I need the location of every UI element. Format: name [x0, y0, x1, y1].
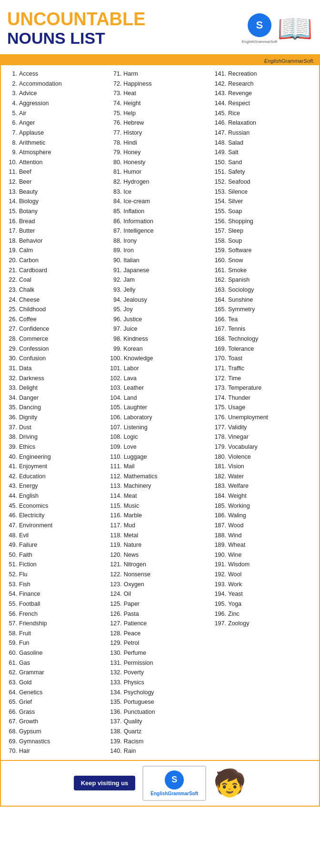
item-word: Cardboard — [19, 266, 47, 276]
list-item: 129.Petrol — [110, 638, 210, 648]
list-item: 101.Labor — [110, 364, 210, 374]
item-word: Mud — [124, 521, 135, 531]
item-number: 89. — [110, 246, 123, 256]
item-number: 175. — [215, 403, 228, 413]
item-word: Hydrogen — [123, 177, 149, 187]
item-number: 95. — [110, 305, 123, 315]
list-item: 68.Gypsum — [6, 727, 105, 737]
item-word: Recreation — [228, 69, 257, 79]
list-item: 56.French — [6, 609, 105, 619]
item-number: 148. — [215, 138, 228, 148]
item-number: 97. — [110, 324, 123, 334]
column-2: 71.Harm72.Happiness73.Heat74.Height75.He… — [108, 69, 212, 756]
item-word: Ice — [123, 187, 131, 197]
list-item: 175.Usage — [215, 403, 314, 413]
logo-circle: S — [248, 13, 271, 37]
item-number: 166. — [215, 315, 228, 325]
list-item: 148.Salad — [215, 138, 314, 148]
item-word: Leather — [124, 383, 144, 393]
list-item: 179.Vocabulary — [215, 442, 314, 452]
item-word: Japanese — [123, 266, 149, 276]
item-word: Machinery — [124, 481, 151, 491]
item-number: 18. — [6, 236, 19, 246]
item-word: Peace — [124, 629, 140, 639]
item-number: 157. — [215, 226, 228, 236]
bottom-logo-area: S EnglishGrammarSoft — [142, 766, 206, 801]
list-item: 69.Gymnastics — [6, 737, 105, 747]
logo-subtitle: EnglishGrammarSoft — [242, 39, 277, 44]
item-word: Iron — [123, 246, 134, 256]
item-word: Wheat — [228, 540, 245, 550]
item-word: Gymnastics — [19, 737, 50, 747]
list-item: 154.Silver — [215, 197, 314, 207]
item-number: 41. — [6, 462, 19, 472]
item-number: 115. — [110, 501, 123, 511]
list-item: 125.Paper — [110, 599, 210, 609]
item-word: Atmosphere — [19, 148, 51, 158]
item-word: Snow — [228, 256, 243, 266]
list-item: 161.Smoke — [215, 266, 314, 276]
item-word: Luggage — [124, 452, 147, 462]
item-number: 8. — [6, 138, 19, 148]
list-item: 49.Failure — [6, 540, 105, 550]
list-item: 2.Accommodation — [6, 79, 105, 89]
item-word: Usage — [228, 403, 245, 413]
item-number: 82. — [110, 177, 123, 187]
list-item: 81.Humor — [110, 167, 210, 177]
item-word: Labor — [124, 364, 139, 374]
item-number: 181. — [215, 462, 228, 472]
item-word: Quartz — [124, 727, 142, 737]
item-number: 103. — [110, 383, 123, 393]
item-number: 138. — [110, 727, 123, 737]
list-item: 16.Bread — [6, 217, 105, 227]
item-number: 1. — [6, 69, 19, 79]
list-item: 160.Snow — [215, 256, 314, 266]
item-number: 7. — [6, 128, 19, 138]
keep-visiting-box: Keep visiting us — [74, 776, 136, 790]
item-word: Failure — [19, 540, 37, 550]
item-number: 106. — [110, 413, 123, 423]
list-item: 149.Salt — [215, 148, 314, 158]
item-number: 184. — [215, 491, 228, 501]
item-number: 5. — [6, 108, 19, 118]
list-item: 111.Mail — [110, 462, 210, 472]
item-number: 193. — [215, 580, 228, 590]
item-number: 123. — [110, 580, 123, 590]
item-word: Unemployment — [228, 413, 268, 423]
item-word: Rain — [124, 746, 136, 756]
list-item: 119.Nature — [110, 540, 210, 550]
item-number: 54. — [6, 589, 19, 599]
item-number: 58. — [6, 629, 19, 639]
list-item: 190.Wine — [215, 550, 314, 560]
item-word: Confidence — [19, 324, 49, 334]
item-number: 109. — [110, 442, 123, 452]
item-word: Jam — [123, 275, 135, 285]
item-word: Salt — [228, 148, 239, 158]
header-logo-area: S EnglishGrammarSoft — [242, 13, 277, 44]
item-number: 28. — [6, 334, 19, 344]
list-item: 47.Environment — [6, 521, 105, 531]
item-word: Growth — [19, 717, 38, 727]
item-word: Safety — [228, 167, 245, 177]
item-word: Help — [123, 108, 136, 118]
item-word: Yeast — [228, 589, 243, 599]
list-item: 185.Working — [215, 501, 314, 511]
item-number: 196. — [215, 609, 228, 619]
item-number: 75. — [110, 108, 123, 118]
list-item: 88.Irony — [110, 236, 210, 246]
item-number: 63. — [6, 678, 19, 688]
item-number: 185. — [215, 501, 228, 511]
item-word: Dust — [19, 423, 31, 433]
list-item: 180.Violence — [215, 452, 314, 462]
title-line1: UNCOUNTABLE — [7, 10, 242, 30]
item-number: 167. — [215, 324, 228, 334]
list-item: 110.Luggage — [110, 452, 210, 462]
header-title: UNCOUNTABLE NOUNS LIST — [7, 10, 242, 47]
item-number: 179. — [215, 442, 228, 452]
list-item: 67.Growth — [6, 717, 105, 727]
title-line2: NOUNS LIST — [7, 30, 242, 47]
item-number: 25. — [6, 305, 19, 315]
item-word: Evil — [19, 531, 29, 541]
item-word: Nonsense — [124, 570, 150, 580]
item-word: Welfare — [228, 481, 249, 491]
